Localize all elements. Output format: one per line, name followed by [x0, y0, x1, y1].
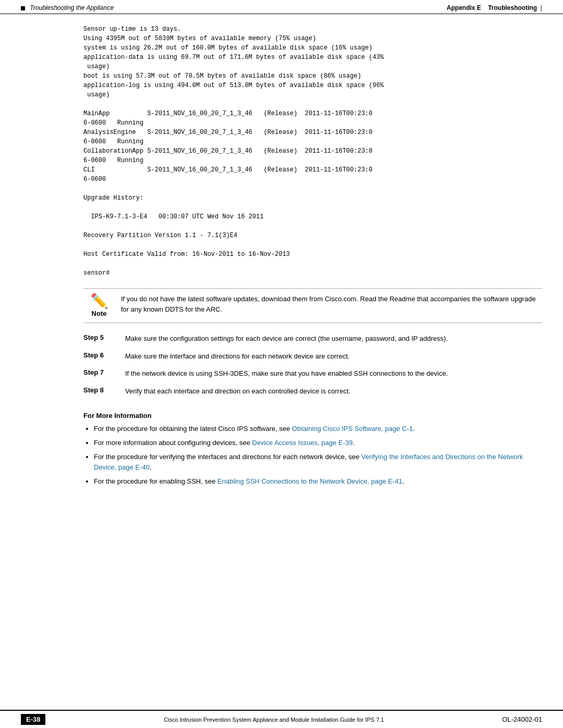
header-chapter: Appendix E Troubleshooting | — [447, 4, 542, 11]
link-device-access[interactable]: Device Access Issues, page E-39 — [252, 439, 353, 447]
footer-center-text: Cisco Intrusion Prevention System Applia… — [164, 717, 384, 723]
main-content: Sensor up-time is 13 days. Using 4395M o… — [0, 14, 563, 532]
note-container: ✏️ Note If you do not have the latest so… — [83, 288, 542, 323]
list-item: For the procedure for enabling SSH, see … — [94, 476, 542, 487]
bullet-list: For the procedure for obtaining the late… — [83, 424, 542, 487]
note-icon-area: ✏️ Note — [83, 294, 115, 317]
step-8: Step 8 Verify that each interface and di… — [83, 386, 542, 397]
link-obtaining-ips[interactable]: Obtaining Cisco IPS Software, page C-1 — [292, 425, 413, 433]
step-8-label: Step 8 — [83, 386, 125, 394]
step-7: Step 7 If the network device is using SS… — [83, 368, 542, 379]
for-more-info-section: For More Information For the procedure f… — [83, 412, 542, 487]
step-5: Step 5 Make sure the configuration setti… — [83, 334, 542, 344]
step-8-text: Verify that each interface and direction… — [125, 386, 542, 397]
code-block: Sensor up-time is 13 days. Using 4395M o… — [83, 24, 542, 278]
header-bullet-icon — [21, 6, 25, 10]
step-5-text: Make sure the configuration settings for… — [125, 334, 542, 344]
header-section-label: Troubleshooting the Appliance — [21, 4, 114, 11]
page-header: Troubleshooting the Appliance Appendix E… — [0, 0, 563, 14]
for-more-info-title: For More Information — [83, 412, 542, 419]
steps-container: Step 5 Make sure the configuration setti… — [83, 334, 542, 396]
list-item: For the procedure for verifying the inte… — [94, 452, 542, 474]
step-6-text: Make sure the interface and directions f… — [125, 351, 542, 362]
footer-right-text: OL-24002-01 — [502, 715, 542, 723]
note-label: Note — [92, 310, 107, 317]
list-item: For more information about configuring d… — [94, 438, 542, 449]
step-6: Step 6 Make sure the interface and direc… — [83, 351, 542, 362]
step-5-label: Step 5 — [83, 334, 125, 341]
link-enabling-ssh[interactable]: Enabling SSH Connections to the Network … — [217, 477, 402, 485]
page-footer: E-38 Cisco Intrusion Prevention System A… — [0, 710, 563, 728]
list-item: For the procedure for obtaining the late… — [94, 424, 542, 435]
footer-page-label: E-38 — [21, 714, 45, 725]
step-7-text: If the network device is using SSH-3DES,… — [125, 368, 542, 379]
step-7-label: Step 7 — [83, 368, 125, 376]
step-6-label: Step 6 — [83, 351, 125, 359]
note-text: If you do not have the latest software u… — [121, 294, 542, 314]
pencil-icon: ✏️ — [90, 294, 108, 309]
